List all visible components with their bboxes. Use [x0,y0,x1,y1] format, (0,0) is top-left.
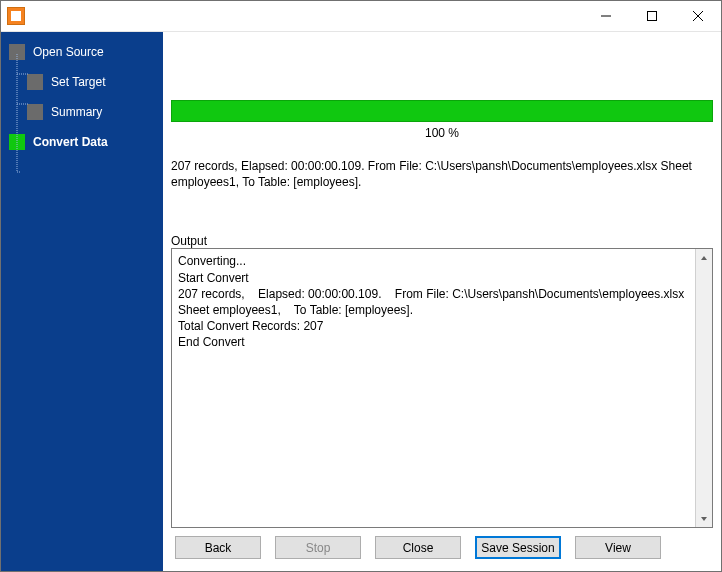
output-text: Converting... Start Convert 207 records,… [178,254,688,349]
step-label: Set Target [51,75,105,89]
step-summary[interactable]: Summary [1,100,163,124]
titlebar [1,1,721,32]
step-open-source[interactable]: Open Source [1,40,163,64]
step-bullet-icon [27,74,43,90]
step-set-target[interactable]: Set Target [1,70,163,94]
minimize-button[interactable] [583,1,629,32]
progress-percent-label: 100 % [171,126,713,140]
button-row: Back Stop Close Save Session View [171,528,713,565]
scroll-up-icon[interactable] [696,249,712,266]
step-convert-data[interactable]: Convert Data [1,130,163,154]
svg-rect-0 [648,12,657,21]
step-bullet-icon [27,104,43,120]
scroll-track[interactable] [696,266,712,510]
close-window-button[interactable] [675,1,721,32]
step-bullet-icon [9,134,25,150]
close-button[interactable]: Close [375,536,461,559]
wizard-sidebar: Open Source Set Target Summary Convert D… [1,32,163,571]
back-button[interactable]: Back [175,536,261,559]
step-bullet-icon [9,44,25,60]
view-button[interactable]: View [575,536,661,559]
main-panel: 100 % 207 records, Elapsed: 00:00:00.109… [163,32,721,571]
output-textarea[interactable]: Converting... Start Convert 207 records,… [171,248,713,528]
conversion-summary-text: 207 records, Elapsed: 00:00:00.109. From… [171,158,713,190]
stop-button[interactable]: Stop [275,536,361,559]
maximize-button[interactable] [629,1,675,32]
step-label: Convert Data [33,135,108,149]
save-session-button[interactable]: Save Session [475,536,561,559]
output-scrollbar[interactable] [695,249,712,527]
scroll-down-icon[interactable] [696,510,712,527]
output-label: Output [171,234,713,248]
app-icon [7,7,25,25]
step-label: Summary [51,105,102,119]
step-label: Open Source [33,45,104,59]
progress-bar [171,100,713,122]
